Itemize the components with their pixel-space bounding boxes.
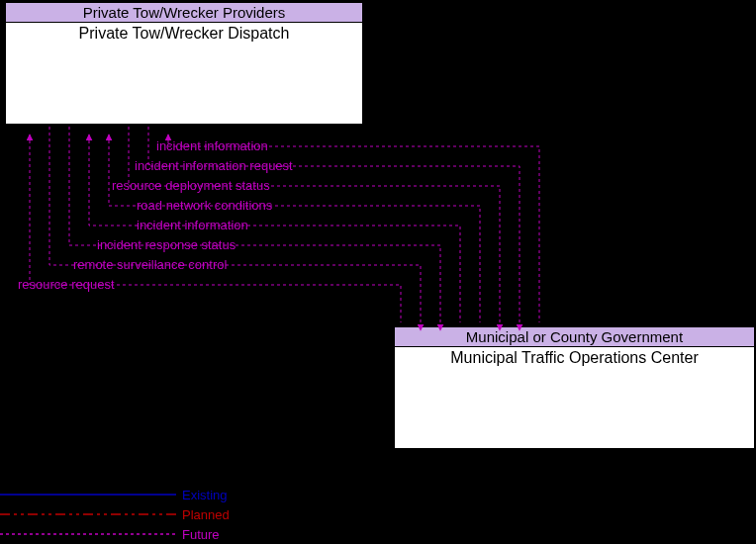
flow-label-5[interactable]: incident response status: [97, 237, 236, 252]
entity-header-top[interactable]: Private Tow/Wrecker Providers: [6, 3, 362, 23]
flow-label-7[interactable]: resource request: [18, 277, 115, 292]
flow-label-3[interactable]: road network conditions: [137, 198, 272, 213]
entity-body-bottom[interactable]: Municipal Traffic Operations Center: [395, 347, 754, 367]
entity-box-bottom: Municipal or County Government Municipal…: [394, 326, 755, 449]
flow-label-2[interactable]: resource deployment status: [112, 178, 270, 193]
flow-label-1[interactable]: incident information request: [135, 158, 293, 173]
legend-label-future: Future: [182, 527, 220, 542]
legend-label-existing: Existing: [182, 488, 228, 502]
legend-row-future: Future: [0, 524, 396, 544]
flow-label-4[interactable]: incident information: [137, 218, 248, 232]
legend-line-planned: [0, 506, 176, 522]
legend-row-planned: Planned: [0, 504, 396, 524]
legend-row-existing: Existing: [0, 485, 396, 504]
legend-label-planned: Planned: [182, 507, 230, 522]
legend-line-future: [0, 526, 176, 542]
flow-label-0[interactable]: incident information: [156, 138, 268, 153]
legend: Existing Planned Future: [0, 485, 396, 544]
flow-label-6[interactable]: remote surveillance control: [73, 257, 227, 272]
entity-body-top[interactable]: Private Tow/Wrecker Dispatch: [6, 23, 362, 43]
legend-line-existing: [0, 487, 176, 502]
entity-box-top: Private Tow/Wrecker Providers Private To…: [5, 2, 363, 125]
entity-header-bottom[interactable]: Municipal or County Government: [395, 327, 754, 347]
flow-line-5: [69, 127, 440, 330]
